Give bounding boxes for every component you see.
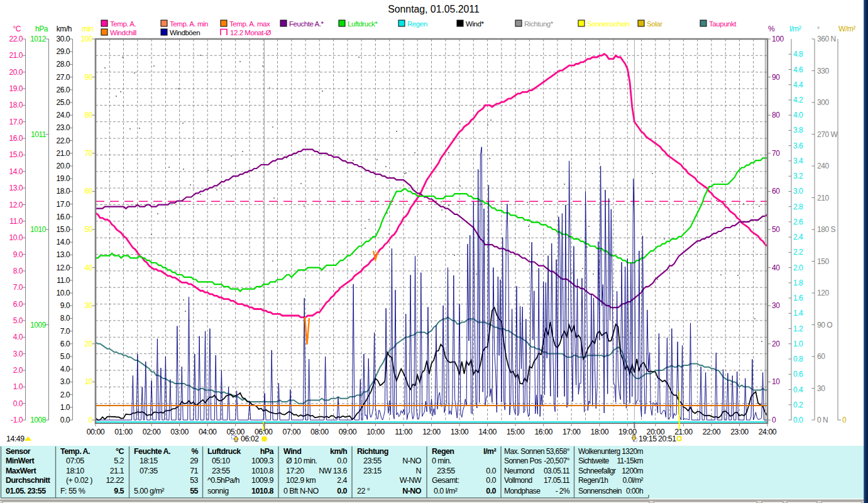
svg-text:9.0: 9.0 xyxy=(60,301,70,310)
svg-text:4.4: 4.4 xyxy=(793,80,803,89)
svg-text:6.0: 6.0 xyxy=(13,300,23,309)
svg-text:13.0: 13.0 xyxy=(56,250,70,259)
svg-text:1.2: 1.2 xyxy=(793,324,803,333)
svg-text:80: 80 xyxy=(85,111,93,119)
svg-text:11.0: 11.0 xyxy=(9,217,23,226)
svg-text:Windchill: Windchill xyxy=(110,29,136,36)
svg-text:°C: °C xyxy=(116,447,124,456)
svg-text:16:00: 16:00 xyxy=(534,428,552,436)
svg-text:12.0: 12.0 xyxy=(56,263,70,272)
svg-text:hPa: hPa xyxy=(260,447,275,456)
svg-text:1008: 1008 xyxy=(30,416,47,424)
svg-text:0.4: 0.4 xyxy=(793,385,803,394)
svg-text:Schneefallgr: Schneefallgr xyxy=(578,467,616,475)
svg-text:17.05.11: 17.05.11 xyxy=(544,476,570,485)
svg-text:Sonntag, 01.05.2011: Sonntag, 01.05.2011 xyxy=(388,4,480,14)
svg-text:07:00: 07:00 xyxy=(283,428,301,436)
svg-text:09:00: 09:00 xyxy=(339,428,357,436)
svg-text:Sonnenschein: Sonnenschein xyxy=(578,487,622,495)
svg-text:0.0: 0.0 xyxy=(486,487,496,495)
svg-text:2.6: 2.6 xyxy=(793,218,803,226)
svg-text:19:15: 19:15 xyxy=(639,434,657,443)
svg-text:28.0: 28.0 xyxy=(56,60,70,69)
svg-text:Wind: Wind xyxy=(283,447,301,456)
svg-text:3.8: 3.8 xyxy=(793,126,803,135)
svg-text:0.0: 0.0 xyxy=(13,399,23,408)
svg-text:23.0: 23.0 xyxy=(56,123,70,132)
svg-text:2.4: 2.4 xyxy=(793,233,803,241)
svg-text:60: 60 xyxy=(817,352,825,361)
svg-text:30.0: 30.0 xyxy=(56,35,70,43)
svg-text:13.0: 13.0 xyxy=(9,184,23,192)
svg-text:22.0: 22.0 xyxy=(56,136,70,145)
svg-text:°: ° xyxy=(817,26,820,33)
svg-text:10:00: 10:00 xyxy=(366,428,385,436)
svg-text:MinWert: MinWert xyxy=(6,456,35,465)
svg-text:min: min xyxy=(82,25,93,33)
svg-text:1012: 1012 xyxy=(30,35,47,43)
svg-text:210: 210 xyxy=(817,194,829,202)
svg-text:12.0: 12.0 xyxy=(9,201,23,209)
svg-text:0: 0 xyxy=(89,416,93,424)
svg-text:14.0: 14.0 xyxy=(9,167,23,176)
svg-text:Temp. A.: Temp. A. xyxy=(60,447,90,456)
svg-text:0.0: 0.0 xyxy=(486,467,496,475)
svg-text:l/m²: l/m² xyxy=(789,25,801,33)
svg-text:1.6: 1.6 xyxy=(793,294,803,302)
svg-text:N: N xyxy=(416,467,422,475)
svg-text:90: 90 xyxy=(85,73,93,82)
svg-text:0 Bft N-NO: 0 Bft N-NO xyxy=(283,487,319,495)
svg-text:40: 40 xyxy=(85,263,93,272)
svg-text:2.4: 2.4 xyxy=(337,476,347,485)
svg-text:55: 55 xyxy=(190,487,198,495)
svg-text:70: 70 xyxy=(772,149,780,158)
svg-text:22:00: 22:00 xyxy=(703,428,721,436)
svg-text:^0.5hPa/h: ^0.5hPa/h xyxy=(207,476,240,485)
svg-text:hPa: hPa xyxy=(35,25,48,33)
svg-text:Temp. A. max: Temp. A. max xyxy=(229,20,270,28)
svg-text:18:15: 18:15 xyxy=(140,456,158,465)
svg-text:1.4: 1.4 xyxy=(793,309,803,318)
svg-text:0: 0 xyxy=(842,416,847,424)
svg-text:Temp. A.: Temp. A. xyxy=(110,20,136,28)
svg-text:12.2 Monat-Ø: 12.2 Monat-Ø xyxy=(230,29,271,36)
svg-text:12:00: 12:00 xyxy=(422,428,441,436)
svg-text:180 S: 180 S xyxy=(817,225,836,234)
svg-text:1009.3: 1009.3 xyxy=(251,456,274,465)
svg-text:1320m: 1320m xyxy=(622,447,643,456)
svg-text:0.0: 0.0 xyxy=(793,416,803,424)
svg-text:15:00: 15:00 xyxy=(507,428,525,436)
svg-text:7.0: 7.0 xyxy=(13,283,23,292)
svg-text:1009: 1009 xyxy=(30,321,47,329)
svg-text:80: 80 xyxy=(772,111,780,119)
svg-text:10: 10 xyxy=(85,377,93,386)
svg-text:Wolkenunterg: Wolkenunterg xyxy=(578,447,620,456)
svg-text:60: 60 xyxy=(772,187,780,196)
svg-text:%: % xyxy=(191,447,198,456)
svg-text:°C: °C xyxy=(13,25,21,33)
svg-text:0: 0 xyxy=(772,416,776,424)
svg-text:1.8: 1.8 xyxy=(793,279,803,287)
svg-text:50: 50 xyxy=(772,225,780,234)
svg-text:Sichtweite: Sichtweite xyxy=(578,456,610,465)
svg-text:11:00: 11:00 xyxy=(395,428,412,436)
svg-text:100: 100 xyxy=(772,35,784,43)
svg-text:2.0: 2.0 xyxy=(60,390,70,399)
svg-text:0:00h: 0:00h xyxy=(626,487,643,495)
svg-text:F: 55 %: F: 55 % xyxy=(60,487,85,495)
svg-text:Ø 10 min.: Ø 10 min. xyxy=(286,456,317,465)
svg-text:l/m²: l/m² xyxy=(483,447,496,456)
svg-text:Solar: Solar xyxy=(647,20,662,28)
svg-text:- 2%: - 2% xyxy=(556,487,570,495)
svg-text:27.0: 27.0 xyxy=(56,73,70,82)
svg-text:Vollmond: Vollmond xyxy=(504,476,532,485)
svg-text:4.0: 4.0 xyxy=(793,111,803,119)
svg-text:km/h: km/h xyxy=(330,447,347,456)
svg-text:330: 330 xyxy=(817,67,829,75)
svg-text:10.0: 10.0 xyxy=(9,233,23,242)
svg-text:9.5: 9.5 xyxy=(114,487,124,495)
svg-text:5.2: 5.2 xyxy=(114,456,124,465)
svg-text:120: 120 xyxy=(817,289,829,297)
svg-text:07:35: 07:35 xyxy=(140,467,158,475)
svg-text:Neumond: Neumond xyxy=(504,467,534,475)
